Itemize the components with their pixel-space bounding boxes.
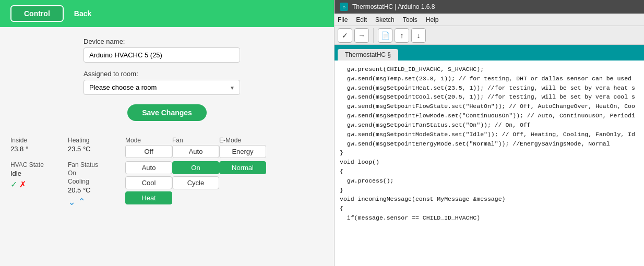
emode-buttons-col: Normal [219, 161, 266, 174]
menu-sketch[interactable]: Sketch [375, 16, 395, 23]
code-line-10: } [340, 148, 639, 158]
inside-label: Inside [10, 137, 68, 144]
ide-menubar: File Edit Sketch Tools Help [335, 14, 644, 26]
toolbar-divider [373, 28, 374, 43]
code-line-4: gw.send(msgSetpointCool.set(20.5, 1)); /… [340, 92, 639, 102]
fan-buttons-col: On Cycle [172, 161, 219, 189]
code-line-19: if(message.sensor == CHILD_ID_HVACHC) [340, 213, 639, 223]
mode-off-button[interactable]: Off [125, 145, 172, 158]
fan-cycle-button[interactable]: Cycle [172, 176, 219, 189]
ide-tab-bar: ThermostatHC § [335, 45, 644, 61]
code-line-7: gw.send(msgSetpointFanStatus.set("On"));… [340, 120, 639, 130]
inside-value: 23.8 ° [10, 145, 68, 153]
hvac-state-value: Idle [10, 170, 68, 177]
ide-titlebar: ○ ThermostatHC | Arduino 1.6.8 [335, 0, 644, 14]
right-panel: ○ ThermostatHC | Arduino 1.6.8 File Edit… [334, 0, 644, 266]
cooling-value: 20.5 °C [68, 186, 125, 194]
fan-on-button[interactable]: On [172, 161, 219, 174]
menu-file[interactable]: File [338, 16, 348, 23]
menu-edit[interactable]: Edit [356, 16, 367, 23]
hvac-icons: ✓ ✗ [10, 179, 68, 189]
menu-tools[interactable]: Tools [403, 16, 418, 23]
emode-col: E-Mode Energy [219, 137, 266, 158]
assigned-room-label: Assigned to room: [84, 70, 251, 78]
status-labels-row: Inside 23.8 ° Heating 23.5 °C Mode Off F… [10, 137, 324, 158]
save-changes-button[interactable]: Save Changes [127, 104, 207, 121]
cooling-arrows: ⌄ ⌃ [68, 196, 125, 208]
mode-cool-button[interactable]: Cool [125, 176, 172, 189]
code-line-5: gw.send(msgSetpointFlowState.set("HeatOn… [340, 102, 639, 111]
code-line-17: void incomingMessage(const MyMessage &me… [340, 195, 639, 204]
arduino-icon: ○ [340, 3, 348, 11]
code-line-8: gw.send(msgSetpointModeState.set("Idle")… [340, 130, 639, 139]
arrow-down-icon[interactable]: ⌄ [68, 196, 76, 208]
code-line-9: gw.send(msgSetpointEnergyMode.set("Norma… [340, 139, 639, 149]
top-bar: Control Back [0, 0, 334, 27]
upload-button[interactable]: → [354, 28, 369, 43]
cooling-label: Cooling [68, 178, 125, 185]
menu-help[interactable]: Help [426, 16, 439, 23]
mode-label: Mode [125, 137, 172, 144]
code-line-14: gw.process(); [340, 176, 639, 186]
fan-label: Fan [172, 137, 219, 144]
heating-value: 23.5 °C [68, 145, 125, 153]
fan-auto-button[interactable]: Auto [172, 145, 219, 158]
code-line-15: } [340, 186, 639, 195]
mode-auto-button[interactable]: Auto [125, 161, 172, 174]
control-button[interactable]: Control [10, 5, 64, 22]
new-button[interactable]: 📄 [378, 28, 392, 43]
cross-icon: ✗ [19, 179, 26, 189]
cooling-col: Fan Status On Cooling 20.5 °C ⌄ ⌃ [68, 161, 125, 208]
emode-energy-button[interactable]: Energy [219, 145, 266, 158]
code-line-18: { [340, 204, 639, 213]
mode-heat-button[interactable]: Heat [125, 191, 172, 204]
mode-buttons-col: Auto Cool Heat [125, 161, 172, 204]
status-row2: HVAC State Idle ✓ ✗ Fan Status On Coolin… [10, 161, 324, 208]
back-button[interactable]: Back [74, 9, 91, 18]
fan-status-label: Fan Status [68, 161, 125, 168]
inside-col: Inside 23.8 ° [10, 137, 68, 153]
form-area: Device name: Assigned to room: Please ch… [0, 27, 334, 126]
room-select-wrapper: Please choose a room [84, 80, 240, 95]
device-name-group: Device name: [84, 38, 251, 63]
heating-col: Heating 23.5 °C [68, 137, 125, 153]
open-button[interactable]: ↑ [395, 28, 409, 43]
mode-col: Mode Off [125, 137, 172, 158]
verify-button[interactable]: ✓ [338, 28, 352, 43]
ide-toolbar: ✓ → 📄 ↑ ↓ [335, 26, 644, 45]
ide-title: ThermostatHC | Arduino 1.6.8 [352, 3, 435, 10]
ide-tab-thermostat[interactable]: ThermostatHC § [338, 49, 398, 61]
fan-status-value: On [68, 170, 125, 177]
status-grid: Inside 23.8 ° Heating 23.5 °C Mode Off F… [0, 131, 334, 213]
fan-col: Fan Auto [172, 137, 219, 158]
room-select[interactable]: Please choose a room [84, 80, 240, 95]
check-icon: ✓ [10, 179, 17, 189]
code-line-12: void loop() [340, 158, 639, 167]
device-name-input[interactable] [84, 47, 240, 63]
assigned-room-group: Assigned to room: Please choose a room [84, 70, 251, 95]
code-line-6: gw.send(msgSetpointFlowMode.set("Continu… [340, 111, 639, 120]
ide-code-area: gw.present(CHILD_ID_HVACHC, S_HVACHC); g… [335, 61, 644, 266]
heating-label: Heating [68, 137, 125, 144]
code-line-3: gw.send(msgSetpointHeat.set(23.5, 1)); /… [340, 83, 639, 93]
hvac-state-label: HVAC State [10, 161, 68, 168]
left-panel: Control Back Device name: Assigned to ro… [0, 0, 334, 266]
emode-label: E-Mode [219, 137, 266, 144]
code-line-0: gw.present(CHILD_ID_HVACHC, S_HVACHC); [340, 65, 639, 74]
save-button[interactable]: ↓ [411, 28, 426, 43]
device-name-label: Device name: [84, 38, 251, 45]
emode-normal-button[interactable]: Normal [219, 161, 266, 174]
hvac-state-col: HVAC State Idle ✓ ✗ [10, 161, 68, 189]
code-line-2: gw.send(msgTemp.set(23.8, 1)); // for te… [340, 74, 639, 83]
arrow-up-icon[interactable]: ⌃ [78, 196, 86, 208]
code-line-13: { [340, 167, 639, 176]
